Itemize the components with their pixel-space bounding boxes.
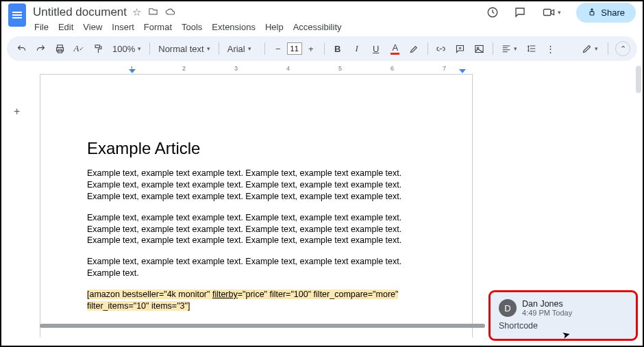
menu-accessibility[interactable]: Accessibility (293, 22, 342, 32)
document-title[interactable]: Untitled document (33, 5, 127, 19)
paragraph-1[interactable]: Example text, example text example text.… (87, 168, 425, 203)
menu-extensions[interactable]: Extensions (212, 22, 256, 32)
menu-bar: File Edit View Insert Format Tools Exten… (1, 21, 643, 36)
history-icon[interactable] (485, 4, 500, 21)
cloud-status-icon[interactable] (165, 6, 176, 18)
comment-timestamp: 4:49 PM Today (522, 309, 572, 317)
paint-format-button[interactable] (90, 40, 106, 57)
more-button[interactable]: ⋮ (543, 40, 558, 57)
vertical-scrollbar[interactable] (636, 64, 641, 344)
svg-rect-5 (95, 44, 99, 47)
menu-view[interactable]: View (83, 22, 102, 32)
article-heading[interactable]: Example Article (87, 139, 425, 158)
paragraph-3[interactable]: Example text, example text example text.… (87, 256, 425, 279)
meet-dropdown[interactable]: ▾ (540, 8, 564, 17)
menu-insert[interactable]: Insert (112, 22, 134, 32)
docs-logo-icon[interactable] (8, 3, 26, 27)
paragraph-2[interactable]: Example text, example text example text.… (87, 212, 425, 247)
undo-button[interactable] (14, 40, 29, 57)
star-icon[interactable]: ☆ (132, 6, 141, 18)
collapse-toolbar-button[interactable]: ⌃ (615, 41, 630, 56)
insert-link-button[interactable] (434, 40, 449, 57)
share-button[interactable]: Share (576, 3, 636, 23)
print-button[interactable] (52, 40, 67, 57)
bold-button[interactable]: B (330, 40, 345, 57)
comments-icon[interactable] (512, 4, 528, 21)
menu-help[interactable]: Help (265, 22, 284, 32)
menu-edit[interactable]: Edit (58, 22, 73, 32)
menu-file[interactable]: File (34, 22, 49, 32)
redo-button[interactable] (33, 40, 48, 57)
move-icon[interactable] (148, 6, 158, 18)
menu-tools[interactable]: Tools (182, 22, 202, 32)
underline-button[interactable]: U (369, 40, 384, 57)
italic-button[interactable]: I (349, 40, 364, 57)
page[interactable]: Example Article Example text, example te… (40, 74, 473, 337)
share-label: Share (601, 8, 625, 18)
shortcode-paragraph[interactable]: [amazon bestseller="4k monitor" filterby… (87, 289, 425, 312)
text-color-button[interactable]: A (388, 40, 403, 57)
line-spacing-button[interactable] (524, 44, 539, 53)
highlight-button[interactable] (407, 40, 422, 57)
increase-font-button[interactable]: + (304, 40, 319, 57)
editing-mode-dropdown[interactable]: ▾ (579, 44, 601, 54)
zoom-dropdown[interactable]: 100%▾ (110, 44, 144, 54)
toolbar: A✓ 100%▾ Normal text▾ Arial▾ − + B I U A… (7, 36, 637, 61)
decrease-font-button[interactable]: − (271, 40, 286, 57)
svg-rect-0 (544, 10, 552, 16)
styles-dropdown[interactable]: Normal text▾ (156, 44, 212, 54)
align-dropdown[interactable]: ▾ (499, 44, 520, 53)
insert-image-button[interactable] (472, 40, 487, 57)
menu-format[interactable]: Format (144, 22, 172, 32)
commenter-name: Dan Jones (522, 299, 572, 309)
avatar: D (499, 299, 517, 317)
spellcheck-button[interactable]: A✓ (71, 40, 86, 57)
font-size-input[interactable] (287, 42, 302, 55)
add-comment-button[interactable] (453, 40, 468, 57)
font-dropdown[interactable]: Arial▾ (225, 44, 259, 54)
horizontal-scrollbar[interactable] (40, 324, 485, 328)
